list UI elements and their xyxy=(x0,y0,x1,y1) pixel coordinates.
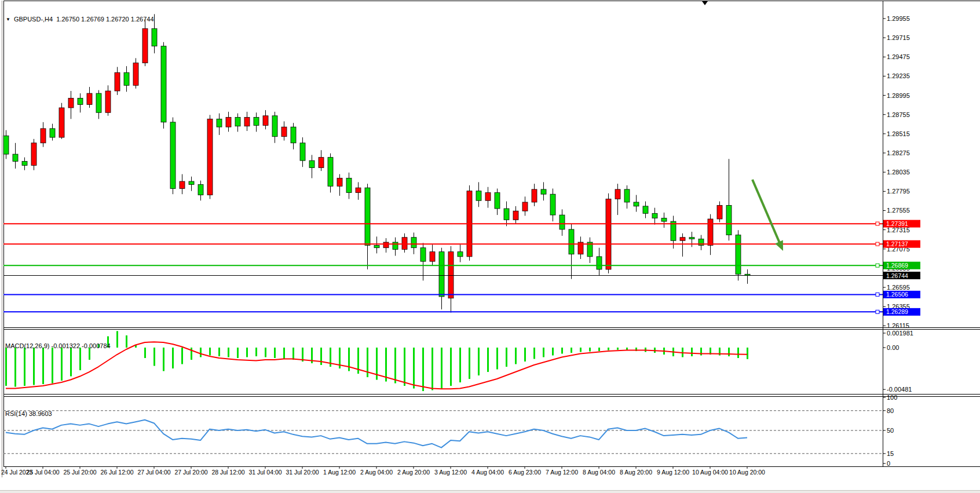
candle-body xyxy=(244,118,250,126)
candle-body xyxy=(420,248,426,261)
candle-body xyxy=(272,116,277,137)
candle-body xyxy=(634,202,639,206)
one-click-trading-toggle-icon[interactable]: ▼ xyxy=(6,17,10,22)
macd-bar xyxy=(218,348,220,356)
time-label: 27 Jul 20:00 xyxy=(174,469,207,476)
candle-body xyxy=(448,252,454,298)
candle-body xyxy=(115,72,120,91)
candle-body xyxy=(263,116,268,126)
candle-body xyxy=(198,185,203,195)
macd-bar xyxy=(42,348,44,384)
time-label: 9 Aug 12:00 xyxy=(657,469,689,476)
macd-bar xyxy=(469,348,470,379)
rsi-tick-label: 80 xyxy=(887,407,894,414)
candle-body xyxy=(597,257,602,269)
ohlc-readout: 1.26750 1.26769 1.26720 1.26744 xyxy=(56,16,153,23)
candle-body xyxy=(41,129,46,143)
time-label: 3 Aug 12:00 xyxy=(434,469,467,476)
candle-body xyxy=(504,209,509,220)
macd-tick-label: 0.001981 xyxy=(887,330,913,337)
macd-bar xyxy=(506,348,507,367)
macd-bar xyxy=(116,331,118,348)
candle-body xyxy=(532,189,537,202)
macd-bar xyxy=(144,348,146,358)
macd-bar xyxy=(172,348,174,368)
candle-body xyxy=(652,213,657,218)
macd-bar xyxy=(52,348,53,384)
candle-body xyxy=(281,127,287,137)
window-bottom-edge xyxy=(0,490,980,493)
price-tick-label: 1.29955 xyxy=(887,15,910,22)
macd-bar xyxy=(571,348,572,353)
time-label: 26 Jul 12:00 xyxy=(100,469,133,476)
level-line-handle[interactable] xyxy=(876,293,879,296)
macd-bar xyxy=(691,348,693,356)
chart-canvas[interactable]: 1.299551.297151.294751.292351.289951.287… xyxy=(0,0,980,480)
level-line-handle[interactable] xyxy=(876,310,879,313)
macd-bar xyxy=(246,348,248,357)
macd-bar xyxy=(89,348,90,360)
candle-body xyxy=(207,119,213,195)
macd-bar xyxy=(292,348,294,360)
candle-body xyxy=(411,238,416,248)
candle-body xyxy=(550,194,555,215)
candle-body xyxy=(365,188,370,245)
candle-body xyxy=(736,235,741,275)
macd-bar xyxy=(515,348,517,364)
price-tick-label: 1.28035 xyxy=(887,169,910,176)
candle-body xyxy=(522,202,528,211)
macd-bar xyxy=(14,348,16,387)
macd-bar xyxy=(237,348,239,358)
candle-body xyxy=(68,98,74,108)
macd-bar xyxy=(228,348,229,357)
candle-body xyxy=(513,211,518,220)
candle-body xyxy=(3,136,9,154)
macd-bar xyxy=(191,348,192,360)
macd-bar xyxy=(274,348,276,358)
candle-body xyxy=(133,63,138,86)
price-tick-label: 1.28275 xyxy=(887,149,910,156)
macd-indicator-label: MACD(12,26,9) -0.001322 -0.000784 xyxy=(5,342,111,349)
price-tag-label: 1.26289 xyxy=(886,308,908,315)
rsi-indicator-label: RSI(14) 38.9603 xyxy=(5,410,52,417)
candle-body xyxy=(13,154,18,161)
candle-body xyxy=(643,206,648,213)
macd-bar xyxy=(552,348,554,356)
candle-body xyxy=(226,118,231,127)
candle-body xyxy=(309,160,315,167)
macd-bar xyxy=(394,348,396,384)
time-label: 25 Jul 04:00 xyxy=(26,469,59,476)
level-line-handle[interactable] xyxy=(876,222,879,225)
macd-bar xyxy=(487,348,489,372)
macd-bar xyxy=(79,348,81,370)
candle-body xyxy=(402,238,407,250)
level-line-handle[interactable] xyxy=(876,264,879,267)
macd-bar xyxy=(5,348,7,386)
candle-body xyxy=(161,46,166,122)
macd-bar xyxy=(61,348,63,381)
macd-bar xyxy=(598,348,600,351)
macd-bar xyxy=(126,335,127,348)
candle-body xyxy=(689,238,694,239)
macd-bar xyxy=(524,348,526,361)
candle-body xyxy=(291,127,296,143)
price-tag-label: 1.27391 xyxy=(886,220,908,227)
time-label: 28 Jul 12:00 xyxy=(211,469,244,476)
level-line-handle[interactable] xyxy=(876,242,879,246)
macd-bar xyxy=(33,348,35,385)
candle-body xyxy=(458,252,463,257)
candle-body xyxy=(726,206,732,235)
candle-body xyxy=(346,178,352,193)
macd-bar xyxy=(265,348,266,357)
candle-body xyxy=(300,143,305,160)
time-label: 2 Aug 20:00 xyxy=(397,469,430,476)
price-tick-label: 1.26115 xyxy=(887,322,909,329)
candle-body xyxy=(152,28,157,46)
price-tag-label: 1.26744 xyxy=(886,272,908,279)
candle-body xyxy=(235,118,240,126)
macd-bar xyxy=(320,348,322,365)
macd-bar xyxy=(404,348,405,386)
candle-body xyxy=(485,192,491,200)
time-label: 25 Jul 20:00 xyxy=(63,469,96,476)
candle-body xyxy=(569,229,574,254)
